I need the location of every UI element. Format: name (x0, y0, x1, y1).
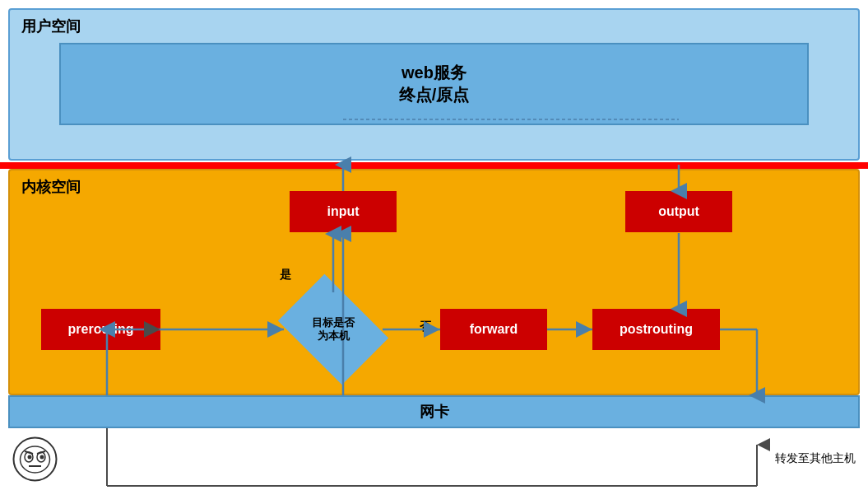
prerouting-chain-label: prerouting (68, 322, 134, 337)
web-service-text-line2: 终点/原点 (399, 84, 470, 106)
forward-chain-label: forward (470, 322, 518, 337)
diagram-container: 用户空间 web服务 终点/原点 内核空间 网卡 input output pr… (0, 0, 868, 504)
network-card-label: 网卡 (420, 402, 449, 422)
svg-point-4 (28, 455, 32, 460)
user-space-label: 用户空间 (21, 16, 81, 36)
web-service-box: web服务 终点/原点 (59, 43, 809, 125)
yes-label: 是 (280, 268, 291, 282)
routing-decision-box: 目标是否为本机 (284, 292, 383, 366)
transfer-label: 转发至其他主机 (775, 451, 856, 466)
logo (12, 436, 58, 482)
postrouting-chain-box: postrouting (592, 309, 720, 350)
input-chain-box: input (290, 191, 397, 232)
routing-decision-label: 目标是否为本机 (312, 316, 355, 342)
kernel-space-label: 内核空间 (21, 177, 81, 197)
svg-point-5 (40, 455, 44, 460)
no-label: 否 (420, 320, 431, 334)
input-chain-label: input (327, 204, 359, 219)
user-space-box: 用户空间 web服务 终点/原点 (8, 8, 860, 161)
prerouting-chain-box: prerouting (41, 309, 160, 350)
forward-chain-box: forward (440, 309, 547, 350)
separator-line (0, 162, 868, 169)
network-card-box: 网卡 (8, 395, 860, 428)
web-service-text-line1: web服务 (402, 62, 466, 84)
postrouting-chain-label: postrouting (620, 322, 693, 337)
output-chain-label: output (658, 204, 699, 219)
output-chain-box: output (625, 191, 732, 232)
